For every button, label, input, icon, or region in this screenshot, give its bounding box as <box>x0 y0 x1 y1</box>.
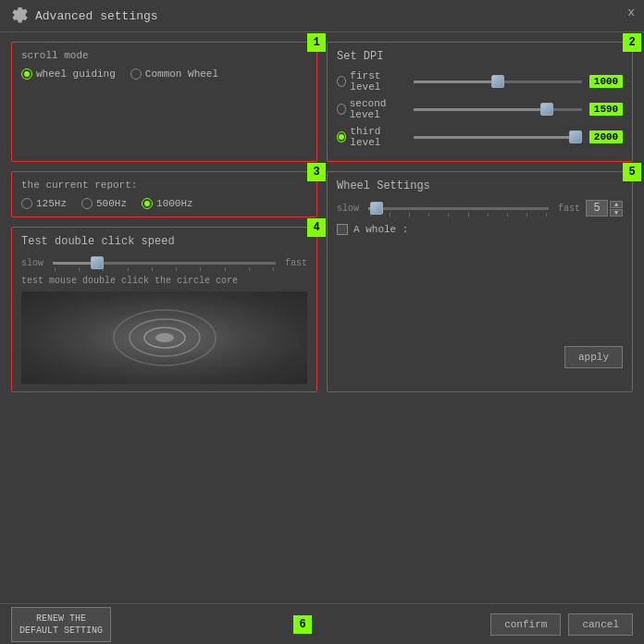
double-click-slider[interactable] <box>53 255 276 270</box>
dpi-second-label: second level <box>350 98 406 120</box>
badge-4: 4 <box>307 218 326 237</box>
badge-5: 5 <box>623 163 641 181</box>
wheel-settings-panel: 5 Wheel Settings slow <box>327 171 633 392</box>
title-bar: Advanced settings x <box>0 0 644 32</box>
dpi-row-second: second level 1590 <box>337 98 623 120</box>
dpi-thumb-first[interactable] <box>491 75 504 88</box>
apply-button[interactable]: apply <box>564 346 623 368</box>
dpi-panel: 2 Set DPI first level 1000 <box>327 42 633 162</box>
double-click-slider-row: slow <box>21 255 307 270</box>
gear-icon <box>11 7 28 24</box>
report-title: the current report: <box>21 180 307 191</box>
radio-wheel-guiding-label: wheel guiding <box>36 68 116 80</box>
dpi-thumb-third[interactable] <box>569 130 582 143</box>
wheel-slider[interactable] <box>368 201 549 216</box>
double-click-test-area[interactable] <box>21 291 307 384</box>
wheel-down-button[interactable]: ▼ <box>610 209 623 217</box>
bottom-bar: RENEW THEDEFAULT SETTING 6 confirm cance… <box>0 603 644 644</box>
wheel-value-box: 5 ▲ ▼ <box>586 200 623 217</box>
radio-500hz-label: 500Hz <box>96 198 127 209</box>
dpi-radio-second-circle <box>337 104 346 115</box>
dpi-third-label: third level <box>350 126 406 148</box>
wheel-fast-label: fast <box>554 204 580 214</box>
window: Advanced settings x 1 scroll mode wheel … <box>0 0 644 644</box>
radio-500hz[interactable]: 500Hz <box>81 198 127 209</box>
dpi-radio-third-circle <box>337 131 346 142</box>
dpi-value-first: 1000 <box>589 75 623 88</box>
report-options: 125Hz 500Hz 1000Hz <box>21 198 307 209</box>
badge-6: 6 <box>293 615 312 634</box>
radio-wheel-guiding-circle <box>21 68 32 80</box>
scroll-mode-title: scroll mode <box>21 50 307 61</box>
radio-500hz-circle <box>81 198 93 209</box>
double-click-title: Test double click speed <box>21 235 307 248</box>
radio-wheel-guiding[interactable]: wheel guiding <box>21 68 116 80</box>
ellipse-rings-icon <box>100 301 229 375</box>
confirm-cancel-group: confirm cancel <box>490 613 633 636</box>
dpi-slider-third[interactable] <box>414 130 582 144</box>
dpi-slider-second[interactable] <box>414 102 582 117</box>
dpi-slider-first[interactable] <box>414 74 582 89</box>
dpi-thumb-second[interactable] <box>540 103 553 116</box>
radio-common-wheel[interactable]: Common Wheel <box>130 68 218 80</box>
double-click-panel: 4 Test double click speed slow <box>11 227 317 392</box>
main-content: 1 scroll mode wheel guiding Common Wheel… <box>0 32 644 402</box>
report-panel: 3 the current report: 125Hz 500Hz 1000Hz <box>11 171 317 217</box>
scroll-mode-panel: 1 scroll mode wheel guiding Common Wheel <box>11 42 317 162</box>
radio-125hz[interactable]: 125Hz <box>21 198 67 209</box>
dpi-value-third: 2000 <box>589 130 623 143</box>
svg-point-3 <box>155 333 174 342</box>
cancel-button[interactable]: cancel <box>568 613 633 636</box>
scroll-mode-options: wheel guiding Common Wheel <box>21 68 307 80</box>
wheel-checkbox-row: A whole : <box>337 224 623 235</box>
radio-125hz-circle <box>21 198 32 209</box>
wheel-slider-thumb[interactable] <box>370 202 383 215</box>
wheel-value: 5 <box>586 200 608 217</box>
dpi-radio-first[interactable]: first level <box>337 70 406 93</box>
wheel-title: Wheel Settings <box>337 180 623 192</box>
dpi-first-label: first level <box>350 70 406 93</box>
badge-3: 3 <box>307 163 326 181</box>
badge-2: 2 <box>623 33 641 52</box>
confirm-button[interactable]: confirm <box>490 613 561 636</box>
radio-1000hz-label: 1000Hz <box>156 198 193 209</box>
dpi-value-second: 1590 <box>589 103 623 116</box>
renew-button[interactable]: RENEW THEDEFAULT SETTING <box>11 607 111 642</box>
wheel-slider-row: slow <box>337 200 623 217</box>
dpi-title: Set DPI <box>337 50 623 63</box>
wheel-spinner: ▲ ▼ <box>610 201 623 217</box>
badge-1: 1 <box>307 33 326 52</box>
wheel-up-button[interactable]: ▲ <box>610 201 623 208</box>
dpi-row-first: first level 1000 <box>337 70 623 93</box>
dpi-row-third: third level 2000 <box>337 126 623 148</box>
dpi-radio-first-circle <box>337 76 346 87</box>
window-title: Advanced settings <box>35 9 158 23</box>
dpi-radio-third[interactable]: third level <box>337 126 406 148</box>
whole-checkbox[interactable] <box>337 224 348 235</box>
whole-checkbox-label: A whole : <box>353 224 408 235</box>
double-click-fast-label: fast <box>281 258 307 268</box>
radio-125hz-label: 125Hz <box>36 198 67 209</box>
radio-common-wheel-label: Common Wheel <box>145 68 218 80</box>
radio-1000hz[interactable]: 1000Hz <box>142 198 193 209</box>
dpi-radio-second[interactable]: second level <box>337 98 406 120</box>
double-click-slow-label: slow <box>21 258 47 268</box>
close-button[interactable]: x <box>627 6 635 19</box>
double-click-instruction: test mouse double click the circle core <box>21 276 307 286</box>
double-click-thumb[interactable] <box>91 256 104 269</box>
radio-common-wheel-circle <box>130 68 142 80</box>
radio-1000hz-circle <box>142 198 153 209</box>
wheel-slow-label: slow <box>337 204 363 214</box>
